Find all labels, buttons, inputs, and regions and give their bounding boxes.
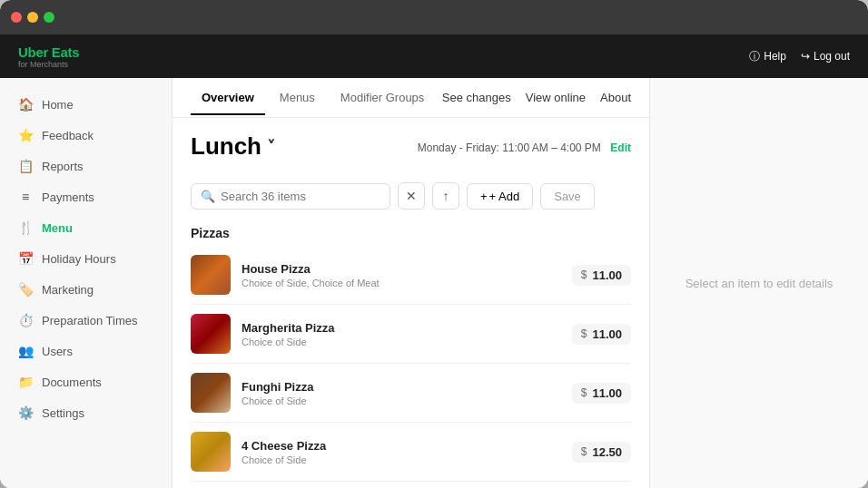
feedback-icon: ⭐	[18, 128, 33, 142]
detail-placeholder: Select an item to edit details	[667, 259, 852, 308]
settings-icon: ⚙️	[18, 405, 33, 420]
menu-title-row: Lunch ˅ Monday - Friday: 11:00 AM – 4:00…	[191, 132, 631, 161]
search-icon: 🔍	[201, 190, 215, 203]
sidebar: 🏠 Home ⭐ Feedback 📋 Reports ≡ Payments 🍴	[0, 78, 173, 488]
item-info: Margherita Pizza Choice of Side	[242, 321, 561, 347]
logo-area: Uber Eats for Merchants	[18, 44, 79, 69]
item-info: House Pizza Choice of Side, Choice of Me…	[242, 262, 561, 288]
title-bar	[0, 0, 868, 34]
tab-overview[interactable]: Overview	[191, 82, 265, 115]
tab-modifier-groups[interactable]: Modifier Groups	[330, 82, 435, 115]
menu-header: Lunch ˅ Monday - Friday: 11:00 AM – 4:00…	[173, 118, 649, 175]
holiday-hours-icon: 📅	[18, 251, 33, 266]
view-online-button[interactable]: View online	[526, 91, 586, 104]
section-title-pizzas: Pizzas	[191, 217, 631, 246]
home-icon: 🏠	[18, 97, 33, 112]
sidebar-item-documents[interactable]: 📁 Documents	[0, 366, 172, 397]
item-info: 4 Cheese Pizza Choice of Side	[242, 439, 561, 465]
sidebar-item-menu[interactable]: 🍴 Menu	[0, 212, 172, 243]
table-row[interactable]: House Pizza Choice of Side, Choice of Me…	[191, 246, 631, 305]
item-info: Funghi Pizza Choice of Side	[242, 380, 561, 406]
upload-button[interactable]: ↑	[432, 182, 459, 210]
see-changes-button[interactable]: See changes	[442, 91, 511, 104]
detail-panel: Select an item to edit details	[650, 78, 868, 488]
top-bar-actions: ⓘ Help ↪ Log out	[749, 49, 850, 64]
menu-panel: Overview Menus Modifier Groups See chang…	[173, 78, 650, 488]
item-price: $ 11.00	[572, 265, 631, 286]
logout-icon: ↪	[801, 50, 810, 63]
main-content: 🏠 Home ⭐ Feedback 📋 Reports ≡ Payments 🍴	[0, 78, 868, 488]
add-button[interactable]: + + Add	[467, 183, 533, 210]
logo-uber-eats: Uber Eats	[18, 44, 79, 60]
item-image	[191, 373, 231, 413]
logout-button[interactable]: ↪ Log out	[801, 50, 850, 63]
sidebar-item-preparation-times[interactable]: ⏱️ Preparation Times	[0, 305, 172, 336]
menu-hours-area: Monday - Friday: 11:00 AM – 4:00 PM Edit	[418, 139, 631, 155]
sidebar-item-holiday-hours[interactable]: 📅 Holiday Hours	[0, 243, 172, 274]
documents-icon: 📁	[18, 375, 33, 389]
sidebar-item-feedback[interactable]: ⭐ Feedback	[0, 120, 172, 151]
sidebar-item-home[interactable]: 🏠 Home	[0, 89, 172, 120]
marketing-icon: 🏷️	[18, 282, 33, 297]
sidebar-item-reports[interactable]: 📋 Reports	[0, 151, 172, 181]
item-price: $ 12.50	[572, 442, 631, 463]
chevron-down-icon[interactable]: ˅	[267, 137, 275, 157]
tab-bar: Overview Menus Modifier Groups See chang…	[173, 78, 649, 118]
preparation-icon: ⏱️	[18, 313, 33, 327]
item-image	[191, 432, 231, 472]
item-price: $ 11.00	[572, 383, 631, 404]
edit-hours-link[interactable]: Edit	[610, 142, 631, 154]
tabs: Overview Menus Modifier Groups	[191, 82, 435, 114]
plus-icon: +	[480, 190, 488, 203]
users-icon: 👥	[18, 344, 33, 358]
items-list: Pizzas House Pizza Choice of Side, Choic…	[173, 217, 649, 488]
menu-icon: 🍴	[18, 220, 33, 235]
search-input[interactable]	[221, 190, 380, 203]
content-area: Overview Menus Modifier Groups See chang…	[173, 78, 868, 488]
sidebar-item-payments[interactable]: ≡ Payments	[0, 181, 172, 212]
minimize-dot[interactable]	[27, 12, 38, 23]
maximize-dot[interactable]	[44, 12, 54, 23]
menu-title: Lunch ˅	[191, 132, 275, 161]
sidebar-item-users[interactable]: 👥 Users	[0, 336, 172, 366]
table-row[interactable]: Margherita Pizza Choice of Side $ 11.00	[191, 305, 631, 364]
filter-button[interactable]: ✕	[398, 182, 425, 210]
save-button[interactable]: Save	[540, 183, 595, 210]
close-dot[interactable]	[11, 12, 22, 23]
table-row[interactable]: Funghi Pizza Choice of Side $ 11.00	[191, 364, 631, 423]
tab-actions: See changes View online About	[442, 91, 631, 104]
about-button[interactable]: About	[600, 91, 631, 104]
item-price: $ 11.00	[572, 324, 631, 345]
table-row[interactable]: 4 Cheese Pizza Choice of Side $ 12.50	[191, 423, 631, 482]
tab-menus[interactable]: Menus	[269, 82, 326, 115]
search-box: 🔍	[191, 183, 390, 210]
top-bar: Uber Eats for Merchants ⓘ Help ↪ Log out	[0, 34, 868, 78]
app-body: Uber Eats for Merchants ⓘ Help ↪ Log out…	[0, 34, 868, 488]
logo-subtitle: for Merchants	[18, 60, 79, 69]
help-icon: ⓘ	[749, 49, 760, 64]
toolbar: 🔍 ✕ ↑ + + Add Save	[173, 175, 649, 217]
reports-icon: 📋	[18, 159, 33, 173]
sidebar-item-settings[interactable]: ⚙️ Settings	[0, 397, 172, 428]
item-image	[191, 314, 231, 354]
table-row[interactable]: Garden Pizza Choice of Side $ 13.50	[191, 482, 631, 488]
item-image	[191, 255, 231, 295]
app-window: Uber Eats for Merchants ⓘ Help ↪ Log out…	[0, 0, 868, 488]
help-button[interactable]: ⓘ Help	[749, 49, 786, 64]
sidebar-item-marketing[interactable]: 🏷️ Marketing	[0, 274, 172, 305]
payments-icon: ≡	[18, 190, 33, 204]
